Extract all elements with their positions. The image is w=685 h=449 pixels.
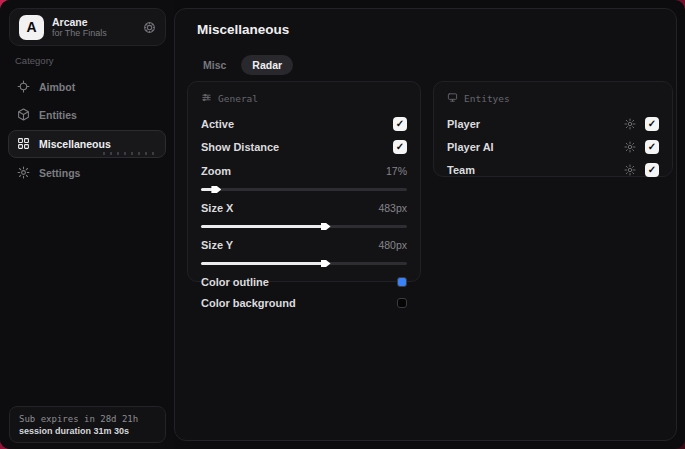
main-panel: Miscellaneous Misc Radar General Active … [174, 8, 677, 441]
sidebar-item-miscellaneous[interactable]: Miscellaneous [8, 130, 166, 158]
check-icon: ✓ [648, 165, 656, 175]
check-icon: ✓ [396, 119, 404, 129]
slider-thumb[interactable] [321, 260, 331, 267]
general-panel: General Active ✓ Show Distance ✓ Zoom 17… [187, 81, 421, 282]
sidebar-item-label: Settings [39, 167, 80, 179]
check-icon: ✓ [648, 119, 656, 129]
slider-label: Size Y [201, 239, 233, 251]
tab-misc[interactable]: Misc [192, 55, 237, 75]
entity-label: Team [447, 164, 475, 176]
cube-icon [17, 108, 30, 123]
slider-group-size-y: Size Y 480px [201, 234, 407, 265]
background-color-swatch[interactable] [397, 298, 407, 308]
category-label: Category [15, 55, 54, 66]
slider-thumb[interactable] [211, 186, 221, 193]
slider-label: Zoom [201, 165, 231, 177]
toggle-label: Show Distance [201, 141, 279, 153]
toggle-label: Active [201, 118, 234, 130]
panel-title: Entityes [464, 93, 510, 104]
check-icon: ✓ [396, 142, 404, 152]
grid-icon [17, 137, 30, 152]
entities-panel: Entityes Player ✓ Player AI ✓ [433, 81, 673, 177]
entity-row-player: Player ✓ [447, 113, 659, 134]
toggle-row-show-distance: Show Distance ✓ [201, 136, 407, 157]
show-distance-checkbox[interactable]: ✓ [393, 140, 407, 154]
size-y-slider[interactable] [201, 262, 407, 265]
player-ai-checkbox[interactable]: ✓ [645, 140, 659, 154]
entity-row-team: Team ✓ [447, 159, 659, 180]
subscription-status-card: Sub expires in 28d 21h session duration … [9, 406, 166, 443]
team-gear-icon[interactable] [624, 164, 636, 176]
app-logo: A [19, 15, 44, 40]
tab-bar: Misc Radar [192, 55, 293, 75]
entity-row-player-ai: Player AI ✓ [447, 136, 659, 157]
slider-thumb[interactable] [321, 223, 331, 230]
session-duration-text: session duration 31m 30s [19, 426, 156, 436]
slider-value: 480px [378, 239, 407, 251]
sidebar-item-label: Entities [39, 109, 77, 121]
tab-radar[interactable]: Radar [241, 55, 293, 75]
color-row-background: Color background [201, 292, 407, 313]
sidebar-item-label: Miscellaneous [39, 138, 111, 150]
page-title: Miscellaneous [197, 22, 289, 37]
active-item-dots-decoration [103, 152, 155, 155]
slider-group-size-x: Size X 483px [201, 197, 407, 228]
sliders-icon [201, 92, 212, 105]
app-settings-gear-icon[interactable] [143, 21, 156, 34]
crosshair-icon [17, 80, 30, 95]
team-checkbox[interactable]: ✓ [645, 163, 659, 177]
sidebar-item-aimbot[interactable]: Aimbot [8, 74, 166, 100]
color-row-outline: Color outline [201, 271, 407, 292]
sidebar-item-entities[interactable]: Entities [8, 102, 166, 128]
outline-color-swatch[interactable] [397, 277, 407, 287]
panel-title: General [218, 93, 258, 104]
player-checkbox[interactable]: ✓ [645, 117, 659, 131]
active-checkbox[interactable]: ✓ [393, 117, 407, 131]
toggle-row-active: Active ✓ [201, 113, 407, 134]
player-ai-gear-icon[interactable] [624, 141, 636, 153]
slider-value: 17% [386, 165, 407, 177]
slider-value: 483px [378, 202, 407, 214]
slider-label: Size X [201, 202, 233, 214]
size-x-slider[interactable] [201, 225, 407, 228]
color-label: Color outline [201, 276, 269, 288]
sidebar-item-settings[interactable]: Settings [8, 160, 166, 186]
player-gear-icon[interactable] [624, 118, 636, 130]
sidebar-item-label: Aimbot [39, 81, 75, 93]
gear-icon [17, 166, 30, 181]
app-window: A Arcane for The Finals Category Aimbot [0, 0, 685, 449]
app-name: Arcane [52, 16, 135, 28]
sub-expiry-text: Sub expires in 28d 21h [19, 414, 156, 424]
check-icon: ✓ [648, 142, 656, 152]
app-subtitle: for The Finals [52, 28, 135, 38]
sidebar-nav: Aimbot Entities Miscellaneous Settings [0, 72, 174, 188]
entity-label: Player AI [447, 141, 494, 153]
monitor-icon [447, 92, 458, 105]
sidebar: A Arcane for The Finals Category Aimbot [0, 0, 174, 449]
app-card: A Arcane for The Finals [9, 8, 166, 46]
slider-group-zoom: Zoom 17% [201, 160, 407, 191]
zoom-slider[interactable] [201, 188, 407, 191]
color-label: Color background [201, 297, 296, 309]
entity-label: Player [447, 118, 480, 130]
